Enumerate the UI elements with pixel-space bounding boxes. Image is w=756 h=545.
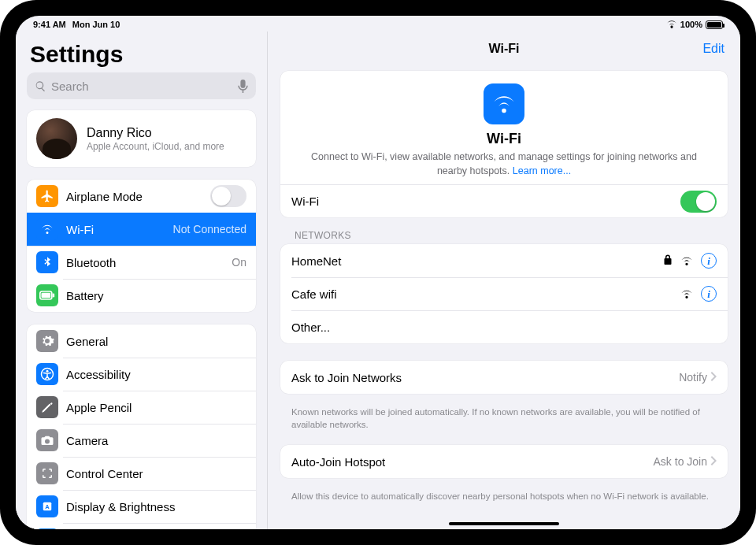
ask-join-value: Notify: [679, 371, 707, 384]
wifi-hero-icon: [484, 83, 524, 124]
wifi-signal-icon: [680, 287, 693, 301]
pencil-icon: [36, 396, 58, 418]
display-icon: A: [36, 495, 58, 517]
battery-sidebar-icon: [36, 284, 58, 306]
wifi-hero-card: Wi-Fi Connect to Wi-Fi, view available n…: [280, 71, 728, 217]
search-icon: [35, 80, 46, 92]
airplane-icon: [36, 185, 58, 207]
screen: 9:41 AM Mon Jun 10 100% Settings Search: [16, 16, 740, 529]
wifi-label: Wi-Fi: [66, 223, 173, 236]
home-screen-icon: [36, 528, 58, 529]
control-center-icon: [36, 462, 58, 484]
auto-hotspot-row[interactable]: Auto-Join Hotspot Ask to Join: [280, 445, 728, 478]
content-scroll[interactable]: Wi-Fi Connect to Wi-Fi, view available n…: [268, 66, 740, 529]
ipad-device-frame: 9:41 AM Mon Jun 10 100% Settings Search: [0, 0, 756, 545]
ask-join-label: Ask to Join Networks: [291, 371, 679, 384]
networks-header: Networks: [295, 230, 724, 241]
profile-sub: Apple Account, iCloud, and more: [87, 141, 224, 152]
wifi-signal-icon: [680, 254, 693, 268]
sidebar-item-airplane[interactable]: Airplane Mode: [27, 180, 256, 213]
bluetooth-label: Bluetooth: [66, 256, 232, 269]
ask-join-footer: Known networks will be joined automatica…: [291, 406, 717, 431]
status-time: 9:41 AM: [33, 20, 66, 29]
networks-card: HomeNet i Cafe wifi i: [280, 244, 728, 343]
accessibility-icon: [36, 363, 58, 385]
nav-bar: Wi-Fi Edit: [268, 32, 740, 66]
svg-text:A: A: [45, 503, 50, 510]
network-other-label: Other...: [291, 321, 717, 334]
svg-rect-1: [42, 293, 51, 298]
network-name: HomeNet: [291, 254, 663, 268]
page-title: Settings: [30, 41, 253, 68]
sidebar: Settings Search Danny Rico Apple Account…: [16, 32, 268, 529]
gear-icon: [36, 330, 58, 352]
wifi-value: Not Connected: [173, 223, 246, 235]
status-date: Mon Jun 10: [72, 20, 120, 29]
hero-description: Connect to Wi-Fi, view available network…: [298, 150, 710, 178]
control-center-label: Control Center: [66, 467, 246, 480]
network-row[interactable]: Cafe wifi i: [280, 277, 728, 310]
camera-label: Camera: [66, 434, 246, 447]
auto-hotspot-label: Auto-Join Hotspot: [291, 455, 654, 469]
sidebar-item-camera[interactable]: Camera: [27, 424, 256, 457]
profile-card[interactable]: Danny Rico Apple Account, iCloud, and mo…: [27, 110, 256, 167]
battery-icon: [706, 20, 723, 29]
auto-hotspot-value: Ask to Join: [654, 455, 707, 468]
sidebar-item-bluetooth[interactable]: Bluetooth On: [27, 246, 256, 279]
sidebar-group-general: General Accessibility Appl: [27, 324, 256, 529]
search-placeholder: Search: [51, 80, 238, 93]
network-name: Cafe wifi: [291, 287, 680, 301]
sidebar-item-accessibility[interactable]: Accessibility: [27, 358, 256, 391]
svg-rect-2: [53, 294, 55, 298]
wifi-toggle-label: Wi-Fi: [291, 195, 680, 208]
general-label: General: [66, 335, 246, 348]
pencil-label: Apple Pencil: [66, 401, 246, 414]
chevron-right-icon: [710, 371, 717, 384]
sidebar-group-connectivity: Airplane Mode Wi-Fi Not Connected: [27, 180, 256, 312]
network-other-row[interactable]: Other...: [280, 310, 728, 343]
edit-button[interactable]: Edit: [702, 42, 724, 56]
chevron-right-icon: [710, 455, 717, 468]
airplane-toggle[interactable]: [210, 185, 246, 207]
wifi-toggle-row: Wi-Fi: [280, 184, 728, 217]
bluetooth-icon: [36, 251, 58, 273]
ask-join-card: Ask to Join Networks Notify: [280, 361, 728, 394]
info-button[interactable]: i: [701, 286, 717, 302]
airplane-label: Airplane Mode: [66, 190, 210, 203]
nav-title: Wi-Fi: [268, 42, 740, 56]
lock-icon: [663, 254, 673, 268]
status-battery-percent: 100%: [680, 20, 702, 29]
battery-label: Battery: [66, 289, 246, 302]
learn-more-link[interactable]: Learn more...: [513, 165, 571, 176]
accessibility-label: Accessibility: [66, 368, 246, 381]
auto-hotspot-card: Auto-Join Hotspot Ask to Join: [280, 445, 728, 478]
status-bar: 9:41 AM Mon Jun 10 100%: [16, 16, 740, 32]
info-button[interactable]: i: [701, 253, 717, 269]
sidebar-item-pencil[interactable]: Apple Pencil: [27, 391, 256, 424]
search-input[interactable]: Search: [27, 72, 256, 99]
camera-icon: [36, 429, 58, 451]
sidebar-item-display[interactable]: A Display & Brightness: [27, 490, 256, 523]
auto-hotspot-footer: Allow this device to automatically disco…: [291, 491, 717, 503]
wifi-status-icon: [666, 20, 677, 30]
display-label: Display & Brightness: [66, 500, 246, 513]
sidebar-item-control-center[interactable]: Control Center: [27, 457, 256, 490]
sidebar-item-general[interactable]: General: [27, 324, 256, 358]
wifi-icon: [36, 218, 58, 240]
bluetooth-value: On: [232, 256, 246, 269]
detail-pane: Wi-Fi Edit Wi-Fi Connect to Wi-Fi, view …: [268, 32, 740, 529]
sidebar-item-wifi[interactable]: Wi-Fi Not Connected: [27, 213, 256, 246]
profile-name: Danny Rico: [87, 126, 224, 140]
mic-icon[interactable]: [238, 80, 248, 93]
sidebar-item-battery[interactable]: Battery: [27, 279, 256, 312]
avatar: [36, 118, 77, 159]
hero-title: Wi-Fi: [298, 131, 710, 147]
ask-join-row[interactable]: Ask to Join Networks Notify: [280, 361, 728, 394]
sidebar-item-home-screen[interactable]: Home Screen & App Library: [27, 523, 256, 529]
svg-point-4: [46, 370, 49, 373]
wifi-toggle[interactable]: [680, 191, 717, 213]
home-indicator[interactable]: [449, 522, 559, 525]
network-row[interactable]: HomeNet i: [280, 244, 728, 277]
